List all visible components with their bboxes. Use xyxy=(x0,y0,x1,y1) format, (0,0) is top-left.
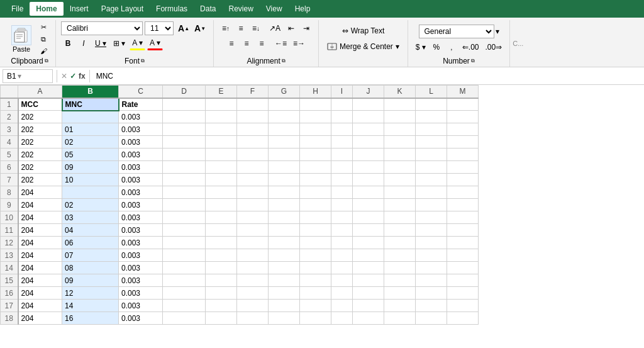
row-number[interactable]: 12 xyxy=(1,237,18,249)
cell-D6[interactable] xyxy=(163,161,206,174)
cell-E3[interactable] xyxy=(206,123,237,136)
number-format-expand[interactable]: ▾ xyxy=(496,27,499,36)
cell-M13[interactable] xyxy=(447,249,479,262)
cell-C13[interactable]: 0.003 xyxy=(119,249,163,262)
cell-M12[interactable] xyxy=(447,237,479,249)
cell-L15[interactable] xyxy=(416,274,447,287)
cell-J16[interactable] xyxy=(353,287,384,300)
cell-E9[interactable] xyxy=(206,199,237,211)
cell-H15[interactable] xyxy=(300,274,331,287)
cell-A9[interactable]: 204 xyxy=(18,199,62,211)
cell-B3[interactable]: 01 xyxy=(62,123,119,136)
cell-E7[interactable] xyxy=(206,174,237,186)
cell-K1[interactable] xyxy=(384,98,416,111)
cell-I1[interactable] xyxy=(331,98,353,111)
cell-K12[interactable] xyxy=(384,237,416,249)
cell-L5[interactable] xyxy=(416,149,447,161)
indent-decrease-button[interactable]: ⇤ xyxy=(284,21,298,35)
cell-B5[interactable]: 05 xyxy=(62,149,119,161)
col-header-D[interactable]: D xyxy=(163,86,206,98)
menu-data[interactable]: Data xyxy=(194,2,222,16)
cell-J15[interactable] xyxy=(353,274,384,287)
paste-button[interactable]: Paste xyxy=(9,24,34,54)
cell-F12[interactable] xyxy=(237,237,269,249)
cell-M14[interactable] xyxy=(447,262,479,274)
cell-H13[interactable] xyxy=(300,249,331,262)
cell-J14[interactable] xyxy=(353,262,384,274)
cell-J4[interactable] xyxy=(353,136,384,149)
cell-E2[interactable] xyxy=(206,111,237,123)
cell-I2[interactable] xyxy=(331,111,353,123)
cell-B16[interactable]: 12 xyxy=(62,287,119,300)
wrap-text-button[interactable]: ⇔ Wrap Text xyxy=(339,25,388,37)
cell-I11[interactable] xyxy=(331,224,353,237)
row-number[interactable]: 7 xyxy=(1,174,18,186)
cell-reference-box[interactable]: B1 ▾ xyxy=(3,69,53,83)
bold-button[interactable]: B xyxy=(61,36,75,50)
cell-G7[interactable] xyxy=(269,174,300,186)
cell-E8[interactable] xyxy=(206,186,237,199)
cell-E11[interactable] xyxy=(206,224,237,237)
cell-H14[interactable] xyxy=(300,262,331,274)
cell-G8[interactable] xyxy=(269,186,300,199)
cell-D11[interactable] xyxy=(163,224,206,237)
cell-C9[interactable]: 0.003 xyxy=(119,199,163,211)
insert-function-button[interactable]: fx xyxy=(79,72,86,81)
cell-I8[interactable] xyxy=(331,186,353,199)
cell-A1[interactable]: MCC xyxy=(18,98,62,111)
decrease-indent-button[interactable]: ←≡ xyxy=(272,36,289,50)
cell-G10[interactable] xyxy=(269,211,300,224)
cell-J1[interactable] xyxy=(353,98,384,111)
cell-M15[interactable] xyxy=(447,274,479,287)
cell-K9[interactable] xyxy=(384,199,416,211)
cell-C17[interactable]: 0.003 xyxy=(119,300,163,312)
cell-B14[interactable]: 08 xyxy=(62,262,119,274)
align-center-button[interactable]: ≡ xyxy=(240,36,253,50)
cell-B12[interactable]: 06 xyxy=(62,237,119,249)
cell-A17[interactable]: 204 xyxy=(18,300,62,312)
cell-M11[interactable] xyxy=(447,224,479,237)
indent-increase-button[interactable]: ⇥ xyxy=(299,21,313,35)
cell-K5[interactable] xyxy=(384,149,416,161)
cell-L2[interactable] xyxy=(416,111,447,123)
cell-C12[interactable]: 0.003 xyxy=(119,237,163,249)
cell-H4[interactable] xyxy=(300,136,331,149)
align-right-button[interactable]: ≡ xyxy=(255,36,269,50)
cell-J10[interactable] xyxy=(353,211,384,224)
cell-H10[interactable] xyxy=(300,211,331,224)
cell-L3[interactable] xyxy=(416,123,447,136)
row-number[interactable]: 6 xyxy=(1,161,18,174)
cell-H6[interactable] xyxy=(300,161,331,174)
cell-J2[interactable] xyxy=(353,111,384,123)
cell-L8[interactable] xyxy=(416,186,447,199)
cell-L13[interactable] xyxy=(416,249,447,262)
cell-D8[interactable] xyxy=(163,186,206,199)
cell-K18[interactable] xyxy=(384,312,416,325)
col-header-I[interactable]: I xyxy=(331,86,353,98)
col-header-G[interactable]: G xyxy=(269,86,300,98)
cell-I9[interactable] xyxy=(331,199,353,211)
cell-L14[interactable] xyxy=(416,262,447,274)
cell-E16[interactable] xyxy=(206,287,237,300)
cell-K11[interactable] xyxy=(384,224,416,237)
cell-F15[interactable] xyxy=(237,274,269,287)
cell-C15[interactable]: 0.003 xyxy=(119,274,163,287)
cell-H17[interactable] xyxy=(300,300,331,312)
col-header-A[interactable]: A xyxy=(18,86,62,98)
cell-B4[interactable]: 02 xyxy=(62,136,119,149)
align-top-button[interactable]: ≡↑ xyxy=(219,21,233,35)
cell-J18[interactable] xyxy=(353,312,384,325)
cell-A13[interactable]: 204 xyxy=(18,249,62,262)
cell-A7[interactable]: 202 xyxy=(18,174,62,186)
cell-G1[interactable] xyxy=(269,98,300,111)
cell-H1[interactable] xyxy=(300,98,331,111)
cell-D12[interactable] xyxy=(163,237,206,249)
cell-G5[interactable] xyxy=(269,149,300,161)
row-number[interactable]: 4 xyxy=(1,136,18,149)
cell-K13[interactable] xyxy=(384,249,416,262)
cell-L10[interactable] xyxy=(416,211,447,224)
row-number[interactable]: 15 xyxy=(1,274,18,287)
cell-D5[interactable] xyxy=(163,149,206,161)
cell-G4[interactable] xyxy=(269,136,300,149)
cell-G17[interactable] xyxy=(269,300,300,312)
